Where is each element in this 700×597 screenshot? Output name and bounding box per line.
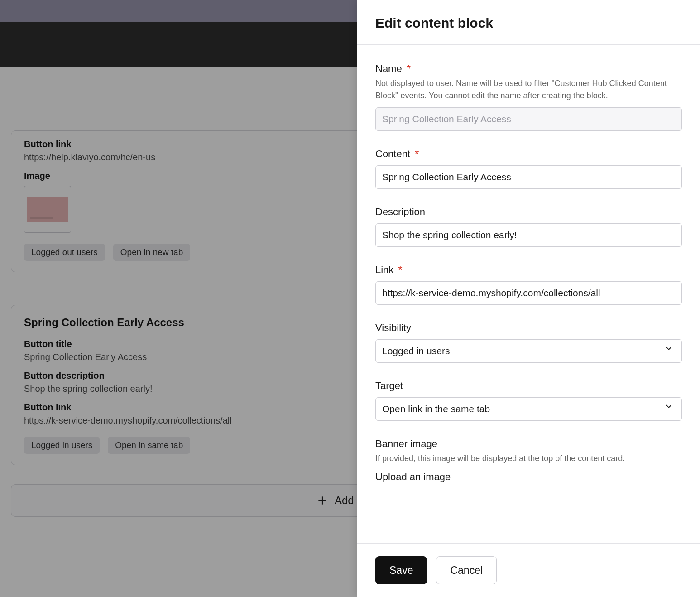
required-indicator-icon: * <box>407 63 411 74</box>
drawer-title: Edit content block <box>375 15 682 31</box>
drawer-header: Edit content block <box>357 0 700 45</box>
form-group-visibility: Visibility <box>375 322 682 363</box>
cancel-button[interactable]: Cancel <box>436 556 497 584</box>
form-group-content: Content * <box>375 148 682 189</box>
upload-image-label: Upload an image <box>375 471 682 483</box>
link-label: Link <box>375 264 393 276</box>
banner-help-text: If provided, this image will be displaye… <box>375 453 682 465</box>
name-label: Name <box>375 63 402 75</box>
link-input[interactable] <box>375 281 682 305</box>
content-label: Content <box>375 148 410 160</box>
form-group-target: Target <box>375 380 682 421</box>
save-button[interactable]: Save <box>375 556 427 584</box>
edit-content-block-drawer: Edit content block Name * Not displayed … <box>357 0 700 597</box>
required-indicator-icon: * <box>398 265 402 275</box>
content-input[interactable] <box>375 165 682 189</box>
visibility-select[interactable] <box>375 339 682 363</box>
drawer-footer: Save Cancel <box>357 543 700 597</box>
name-input <box>375 107 682 131</box>
form-group-link: Link * <box>375 264 682 305</box>
form-group-description: Description <box>375 206 682 247</box>
banner-label: Banner image <box>375 438 437 450</box>
description-input[interactable] <box>375 223 682 247</box>
form-group-name: Name * Not displayed to user. Name will … <box>375 63 682 131</box>
form-group-banner: Banner image If provided, this image wil… <box>375 438 682 483</box>
drawer-body: Name * Not displayed to user. Name will … <box>357 45 700 543</box>
target-select[interactable] <box>375 397 682 421</box>
visibility-label: Visibility <box>375 322 411 334</box>
name-help-text: Not displayed to user. Name will be used… <box>375 77 682 102</box>
required-indicator-icon: * <box>415 149 419 159</box>
target-label: Target <box>375 380 403 392</box>
description-label: Description <box>375 206 425 218</box>
